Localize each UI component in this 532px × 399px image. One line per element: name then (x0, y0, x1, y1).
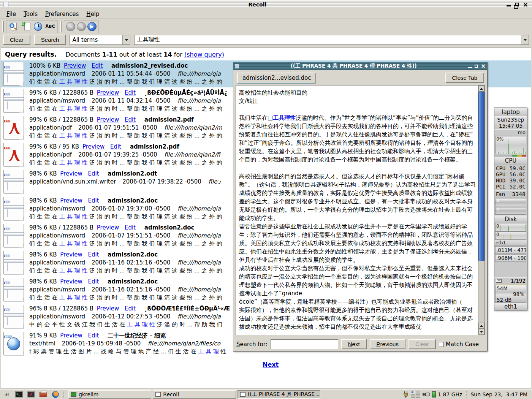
result-snippet: 们 生 活 在 工 具 理 性 泛 滥 的 时 ... 帮 助 我 们 理 清 … (29, 78, 222, 85)
scroll-up-icon[interactable] (478, 323, 484, 329)
disk-section-title: Disk (494, 215, 527, 223)
find-previous-button[interactable]: Previous (370, 339, 405, 349)
preview-link[interactable]: Preview (60, 197, 82, 204)
preview-link[interactable]: Preview (60, 332, 82, 339)
edit-link[interactable]: Edit (125, 305, 136, 312)
xkill-icon[interactable]: ✗ (26, 390, 36, 399)
result-score: 98% 6 KB / 1228865 B (29, 224, 93, 231)
temperature-row: GPU56.0C (496, 171, 526, 177)
preview-link[interactable]: Preview (64, 62, 86, 69)
edit-link[interactable]: Edit (88, 197, 99, 204)
typewriter-icon[interactable] (38, 390, 49, 399)
next-page-icon[interactable]: ▶ (87, 22, 97, 31)
clear-button[interactable]: Clear (3, 35, 30, 45)
gkrellm-slider[interactable] (495, 207, 526, 215)
menu-help[interactable]: Help (83, 10, 103, 18)
minimize-icon[interactable] (507, 5, 511, 6)
preview-link[interactable]: Preview (97, 89, 119, 96)
edit-link[interactable]: Edit (110, 143, 121, 150)
preview-link[interactable]: Preview (82, 143, 104, 150)
task-button-recoll[interactable]: Recoll (153, 390, 236, 399)
firefox-icon[interactable] (50, 390, 61, 399)
term-explorer-icon[interactable]: ÅBĈ (45, 21, 55, 32)
edit-link[interactable]: Edit (125, 116, 136, 123)
find-input[interactable] (271, 339, 338, 349)
preview-close-icon[interactable]: × (481, 64, 486, 68)
query-history-chevron-icon[interactable] (521, 35, 529, 44)
preview-maximize-icon[interactable] (475, 65, 478, 68)
edit-link[interactable]: Edit (88, 332, 99, 339)
scroll-up-icon[interactable] (478, 86, 484, 92)
maximize-icon[interactable] (515, 3, 519, 6)
result-snippet: 们 生 活 在 工 具 理 性 泛 滥 的 时 ... 帮 助 我 们 理 清 … (29, 213, 222, 220)
query-input[interactable] (135, 36, 521, 43)
edit-link[interactable]: Edit (88, 170, 99, 177)
preview-scrollbar[interactable] (478, 86, 484, 335)
gkrellm-slider[interactable] (495, 199, 526, 206)
preview-titlebar[interactable]: ((工 PHRASE 4 具 PHRASE 4 理 PHRASE 4 性)) × (233, 62, 487, 70)
new-query-icon[interactable] (8, 21, 19, 32)
menu-file[interactable]: File (3, 10, 19, 18)
search-button[interactable]: Search (34, 35, 66, 45)
edit-link[interactable]: Edit (125, 224, 136, 231)
result-date: 2006-01-07 19:38:22 -0500 (122, 178, 201, 185)
volume-icon[interactable] (423, 391, 429, 397)
preview-tab[interactable]: admission2...evised.doc (237, 73, 316, 84)
result-snippet: 们 生 活 在 工 具 理 性 泛 滥 的 时 ... 帮 助 我 们 理 清 … (29, 105, 222, 112)
sort-by-date-icon[interactable] (33, 21, 43, 32)
scroll-down-icon[interactable] (478, 329, 484, 335)
menu-tools[interactable]: Tools (20, 10, 41, 18)
search-term-highlight: 工具理性 (273, 114, 296, 121)
gnome-menu-icon[interactable]: ☙ (2, 390, 12, 399)
preview-link[interactable]: Preview (97, 224, 119, 231)
net-tx-value: .906M - 190 (495, 254, 526, 262)
gkrellm-date: Sun23Sep (494, 117, 527, 123)
mail-count: 1/192 (511, 278, 526, 284)
eth1-bottom-label: eth1 (494, 303, 527, 310)
next-results-link[interactable]: Next (263, 361, 279, 368)
gkrellm-clock: Sun23Sep 15:47 05 (494, 116, 527, 129)
task-button-preview[interactable]: ((工 PHRASE 4 具 PHRASE ... (238, 390, 320, 399)
show-query-link[interactable]: (show query) (184, 51, 224, 58)
result-score: 96% 8 KB / 1228865 B (29, 305, 93, 312)
prev-page-icon[interactable]: ◀ (77, 22, 86, 31)
first-page-icon[interactable]: ◀ (66, 22, 75, 31)
preview-window-icon (235, 64, 239, 68)
task-button-gkrellm[interactable]: gkrellm (68, 390, 151, 399)
preview-link[interactable]: Preview (60, 170, 82, 177)
disk-write-chart: 0 (495, 231, 526, 240)
toolbar-grip[interactable] (2, 21, 4, 32)
result-title: admission2.doc (108, 251, 158, 258)
find-next-button[interactable]: Next (341, 339, 367, 349)
match-case-checkbox[interactable]: Match Case (439, 341, 479, 348)
search-mode-select[interactable]: All terms (70, 35, 130, 45)
toolbar-grip[interactable] (60, 21, 62, 32)
preview-text[interactable]: 高校招生的社会功能和目的 文/钱江我们生活在□工具理性泛滥的时代。作为“世之显学… (236, 86, 478, 335)
edit-link[interactable]: Edit (125, 89, 136, 96)
preview-link[interactable]: Preview (60, 251, 82, 258)
result-title: admission2.doc (144, 224, 195, 231)
edit-link[interactable]: Edit (88, 251, 99, 258)
cpu-frequency-applet[interactable]: 1.87 GHz (432, 391, 462, 397)
sort-icon[interactable]: ⇵ (21, 21, 31, 32)
result-title: admission2.doc (108, 197, 158, 204)
result-date: 2006-01-11 04:32:14 -0500 (92, 97, 171, 104)
power-plug-icon (403, 391, 408, 398)
edit-link[interactable]: Edit (88, 278, 99, 285)
menu-preferences[interactable]: Preferences (42, 10, 82, 18)
result-score: 98% 6 KB (29, 251, 57, 258)
workspace-pager[interactable] (411, 391, 420, 398)
scrollbar-thumb[interactable] (478, 92, 484, 261)
result-mimetype: application/msword (29, 97, 85, 104)
preview-link[interactable]: Preview (97, 305, 119, 312)
result-mimetype: application/msword (29, 286, 85, 293)
preview-link[interactable]: Preview (60, 278, 82, 285)
terminal-icon[interactable]: >_ (14, 390, 24, 399)
edit-link[interactable]: Edit (92, 62, 103, 69)
pdf-logo-icon (7, 148, 21, 162)
preview-link[interactable]: Preview (97, 116, 119, 123)
preview-minimize-icon[interactable] (468, 67, 472, 68)
close-icon[interactable]: × (523, 2, 528, 7)
close-tab-button[interactable]: Close Tab (445, 73, 484, 83)
chevron-down-icon[interactable] (122, 35, 130, 44)
